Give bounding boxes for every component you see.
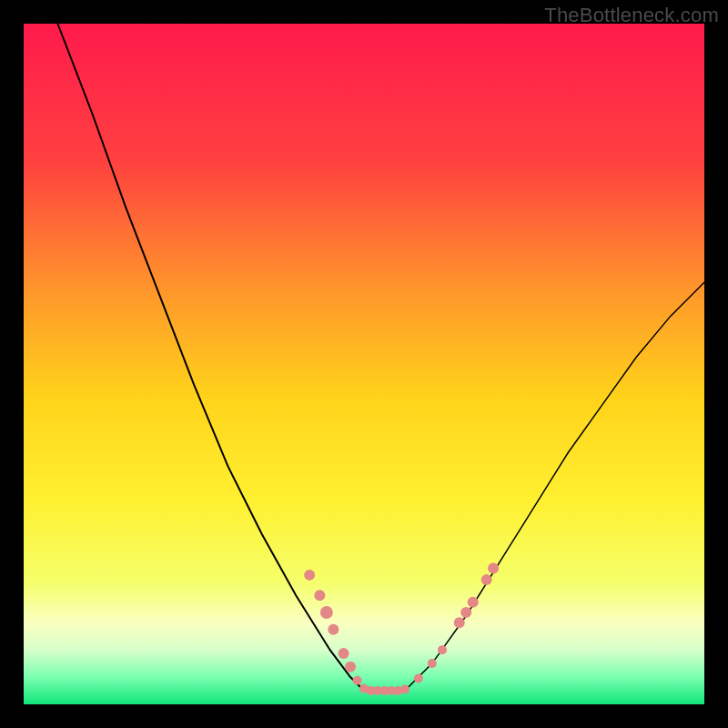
marker-point [438, 645, 447, 654]
watermark-text: TheBottleneck.com [544, 4, 719, 27]
marker-point [488, 562, 499, 573]
gradient-background [24, 24, 704, 704]
marker-point [481, 574, 492, 585]
marker-point [353, 676, 362, 685]
marker-point [345, 662, 356, 672]
chart-frame: TheBottleneck.com [0, 0, 728, 728]
marker-point [460, 607, 471, 618]
marker-point [454, 617, 465, 628]
marker-point [314, 590, 325, 601]
marker-point [400, 685, 410, 694]
marker-point [304, 570, 315, 581]
chart-svg [24, 24, 704, 704]
marker-point [328, 624, 339, 635]
chart-plot-area [24, 24, 704, 704]
marker-point [468, 597, 479, 608]
marker-point [414, 674, 423, 683]
marker-point [320, 606, 333, 619]
marker-point [339, 648, 349, 659]
marker-point [428, 659, 437, 668]
